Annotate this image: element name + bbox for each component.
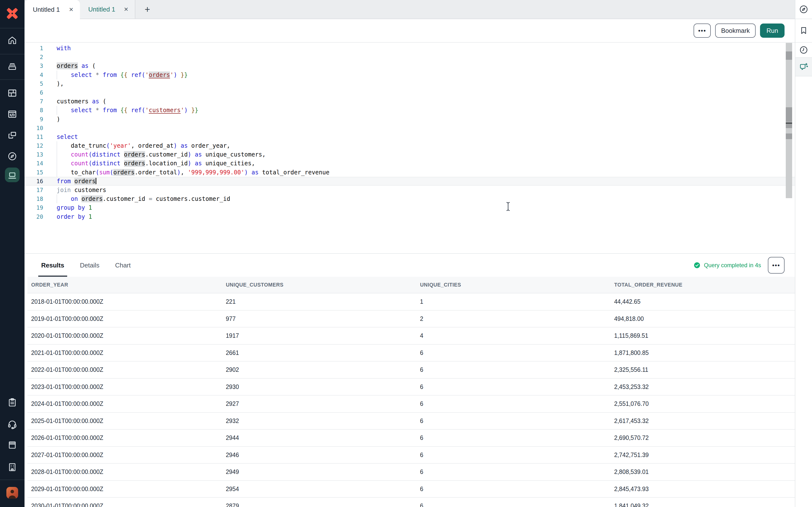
table-cell[interactable]: 2,742,751.39 <box>610 451 782 459</box>
code-line-11[interactable]: 11select <box>24 132 795 141</box>
windows-icon[interactable] <box>0 130 24 140</box>
table-row[interactable]: 2021-01-01T00:00:00.000Z266161,871,800.8… <box>28 345 795 362</box>
table-cell[interactable]: 6 <box>416 349 597 357</box>
code-window-icon[interactable] <box>0 109 24 119</box>
code-line-9[interactable]: 9) <box>24 115 795 124</box>
table-cell[interactable]: 2,845,473.93 <box>610 485 782 493</box>
code-line-15[interactable]: 15 to_char(sum(orders.order_total), '999… <box>24 168 795 177</box>
clipboard-icon[interactable] <box>0 397 24 407</box>
column-header-unique-cities[interactable]: UNIQUE_CITIES <box>416 282 601 288</box>
support-headset-icon[interactable] <box>0 419 24 430</box>
table-row[interactable]: 2026-01-01T00:00:00.000Z294462,690,570.7… <box>28 430 795 447</box>
table-cell[interactable]: 1,841,049.32 <box>610 502 782 507</box>
user-avatar[interactable] <box>6 487 18 499</box>
home-icon[interactable] <box>0 35 24 46</box>
table-cell[interactable]: 6 <box>416 502 597 507</box>
table-row[interactable]: 2023-01-01T00:00:00.000Z293062,453,253.3… <box>28 379 795 396</box>
table-cell[interactable]: 2,808,539.01 <box>610 468 782 476</box>
table-cell[interactable]: 2026-01-01T00:00:00.000Z <box>28 434 208 442</box>
code-line-6[interactable]: 6 <box>24 88 795 97</box>
table-cell[interactable]: 2879 <box>222 502 403 507</box>
table-cell[interactable]: 2927 <box>222 400 403 407</box>
table-cell[interactable]: 2,453,253.32 <box>610 383 782 391</box>
table-cell[interactable]: 4 <box>416 332 597 339</box>
table-cell[interactable]: 2 <box>416 315 597 323</box>
code-line-18[interactable]: 18 on orders.customer_id = customers.cus… <box>24 194 795 203</box>
table-cell[interactable]: 6 <box>416 451 597 459</box>
code-line-12[interactable]: 12 date_trunc('year', ordered_at) as ord… <box>24 141 795 150</box>
table-row[interactable]: 2029-01-01T00:00:00.000Z295462,845,473.9… <box>28 481 795 498</box>
compass-icon[interactable] <box>795 0 812 19</box>
table-cell[interactable]: 494,818.00 <box>610 315 782 323</box>
table-cell[interactable]: 2027-01-01T00:00:00.000Z <box>28 451 208 459</box>
table-row[interactable]: 2019-01-01T00:00:00.000Z9772494,818.00 <box>28 311 795 328</box>
ai-chat-sparkles-icon[interactable] <box>795 58 812 76</box>
workspace-laptop-icon[interactable] <box>5 168 19 182</box>
projects-tray-icon[interactable] <box>0 61 24 71</box>
code-line-20[interactable]: 20order by 1 <box>24 212 795 221</box>
table-cell[interactable]: 1,871,800.85 <box>610 349 782 357</box>
table-cell[interactable]: 2932 <box>222 417 403 425</box>
explore-compass-icon[interactable] <box>0 151 24 162</box>
docs-book-icon[interactable] <box>0 440 24 450</box>
table-cell[interactable]: 2,325,556.11 <box>610 366 782 374</box>
table-cell[interactable]: 2,617,453.32 <box>610 417 782 425</box>
history-clock-icon[interactable] <box>795 43 812 58</box>
table-cell[interactable]: 6 <box>416 434 597 442</box>
table-cell[interactable]: 2025-01-01T00:00:00.000Z <box>28 417 208 425</box>
code-line-5[interactable]: 5), <box>24 79 795 88</box>
table-cell[interactable]: 2029-01-01T00:00:00.000Z <box>28 485 208 493</box>
apps-grid-icon[interactable] <box>0 88 24 99</box>
table-cell[interactable]: 6 <box>416 417 597 425</box>
editor-scrollbar[interactable] <box>786 43 792 198</box>
sql-editor[interactable]: 1with23orders as (4 select * from {{ ref… <box>24 43 795 253</box>
table-cell[interactable]: 2022-01-01T00:00:00.000Z <box>28 366 208 374</box>
org-building-icon[interactable] <box>0 462 24 472</box>
code-line-7[interactable]: 7customers as ( <box>24 97 795 106</box>
table-cell[interactable]: 2954 <box>222 485 403 493</box>
table-cell[interactable]: 2030-01-01T00:00:00.000Z <box>28 502 208 507</box>
table-row[interactable]: 2030-01-01T00:00:00.000Z287961,841,049.3… <box>28 498 795 507</box>
table-cell[interactable]: 1917 <box>222 332 403 339</box>
run-button[interactable]: Run <box>760 23 784 38</box>
code-line-2[interactable]: 2 <box>24 53 795 61</box>
column-header-unique-customers[interactable]: UNIQUE_CUSTOMERS <box>222 282 406 288</box>
column-header-total-order-revenue[interactable]: TOTAL_ORDER_REVENUE <box>610 282 785 288</box>
table-row[interactable]: 2022-01-01T00:00:00.000Z290262,325,556.1… <box>28 361 795 379</box>
code-line-16[interactable]: 16from orders <box>24 177 795 186</box>
table-cell[interactable]: 6 <box>416 383 597 391</box>
table-cell[interactable]: 6 <box>416 366 597 374</box>
table-row[interactable]: 2024-01-01T00:00:00.000Z292762,551,076.7… <box>28 396 795 413</box>
code-line-8[interactable]: 8 select * from {{ ref('customers') }} <box>24 106 795 115</box>
table-row[interactable]: 2028-01-01T00:00:00.000Z294962,808,539.0… <box>28 464 795 481</box>
table-cell[interactable]: 2944 <box>222 434 403 442</box>
table-cell[interactable]: 221 <box>222 298 403 305</box>
table-cell[interactable]: 2028-01-01T00:00:00.000Z <box>28 468 208 476</box>
tab-chart[interactable]: Chart <box>115 254 131 277</box>
code-line-10[interactable]: 10 <box>24 124 795 132</box>
table-cell[interactable]: 2023-01-01T00:00:00.000Z <box>28 383 208 391</box>
table-cell[interactable]: 44,442.65 <box>610 298 782 305</box>
code-line-14[interactable]: 14 count(distinct orders.location_id) as… <box>24 159 795 168</box>
bookmark-icon[interactable] <box>795 19 812 43</box>
tab-details[interactable]: Details <box>80 254 99 277</box>
code-line-4[interactable]: 4 select * from {{ ref('orders') }} <box>24 70 795 79</box>
table-row[interactable]: 2027-01-01T00:00:00.000Z294662,742,751.3… <box>28 447 795 464</box>
table-cell[interactable]: 1 <box>416 298 597 305</box>
code-line-19[interactable]: 19group by 1 <box>24 203 795 212</box>
column-header-order-year[interactable]: ORDER_YEAR <box>28 282 212 288</box>
table-cell[interactable]: 6 <box>416 400 597 407</box>
code-line-17[interactable]: 17join customers <box>24 186 795 194</box>
table-cell[interactable]: 2019-01-01T00:00:00.000Z <box>28 315 208 323</box>
bookmark-button[interactable]: Bookmark <box>715 23 756 38</box>
table-cell[interactable]: 2661 <box>222 349 403 357</box>
code-line-1[interactable]: 1with <box>24 44 795 53</box>
table-cell[interactable]: 2949 <box>222 468 403 476</box>
table-cell[interactable]: 2902 <box>222 366 403 374</box>
table-cell[interactable]: 2,551,076.70 <box>610 400 782 407</box>
results-more-button[interactable]: ••• <box>768 257 784 274</box>
table-cell[interactable]: 2021-01-01T00:00:00.000Z <box>28 349 208 357</box>
table-cell[interactable]: 2018-01-01T00:00:00.000Z <box>28 298 208 305</box>
code-line-13[interactable]: 13 count(distinct orders.customer_id) as… <box>24 150 795 159</box>
table-cell[interactable]: 6 <box>416 485 597 493</box>
